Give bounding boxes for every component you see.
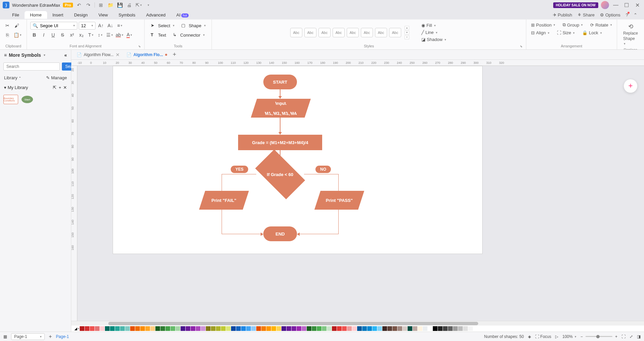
size-button[interactable]: ⛶Size▾	[556, 30, 576, 36]
color-swatch[interactable]	[100, 326, 105, 331]
color-swatch[interactable]	[473, 326, 478, 331]
menu-design[interactable]: Design	[69, 11, 93, 19]
library-add-button[interactable]: +	[59, 85, 61, 90]
color-swatch[interactable]	[443, 326, 448, 331]
flowchart-print-pass[interactable]: Print "PASS"	[314, 191, 364, 210]
qat-customize[interactable]: ▾	[145, 2, 151, 8]
bold-button[interactable]: B	[30, 31, 38, 39]
connector-yes-h[interactable]	[222, 174, 256, 174]
style-swatch-3[interactable]: Abc	[318, 28, 331, 37]
color-swatch[interactable]	[181, 326, 185, 331]
flowchart-start[interactable]: START	[263, 75, 297, 89]
close-button[interactable]: ✕	[633, 1, 641, 9]
color-swatch[interactable]	[453, 326, 458, 331]
color-swatch[interactable]	[463, 326, 468, 331]
undo-button[interactable]: ↶	[76, 2, 82, 8]
superscript-button[interactable]: x²	[68, 31, 76, 39]
increase-font-button[interactable]: A↑	[97, 22, 105, 30]
color-swatch[interactable]	[367, 326, 372, 331]
replace-shape-button[interactable]: ⟲ Replace Shape ▾	[620, 22, 641, 47]
underline-button[interactable]: U	[49, 31, 57, 39]
fullscreen-button[interactable]: ⤢	[630, 334, 633, 339]
focus-button[interactable]: ⛶Focus	[535, 334, 552, 339]
color-swatch[interactable]	[387, 326, 392, 331]
canvas[interactable]: START InputM1, M2, M3, M4 Grade = (M1+M2…	[77, 66, 644, 321]
page-link[interactable]: Page-1	[56, 334, 69, 339]
strikethrough-button[interactable]: S	[59, 31, 67, 39]
highlight-button[interactable]: ab▾	[115, 31, 124, 39]
layers-button[interactable]: ◈	[528, 334, 531, 339]
color-swatch[interactable]	[125, 326, 130, 331]
color-swatch[interactable]	[337, 326, 342, 331]
flowchart-input[interactable]: InputM1, M2, M3, M4	[251, 99, 311, 118]
page-selector[interactable]: Page-1▾	[11, 333, 45, 340]
library-close-button[interactable]: ✕	[63, 85, 67, 90]
color-swatch[interactable]	[347, 326, 352, 331]
color-swatch[interactable]	[322, 326, 327, 331]
text-tool[interactable]: TText	[148, 31, 169, 39]
color-swatch[interactable]	[85, 326, 89, 331]
color-swatch[interactable]	[292, 326, 296, 331]
color-swatch[interactable]	[95, 326, 100, 331]
style-swatch-7[interactable]: Abc	[375, 28, 387, 37]
color-swatch[interactable]	[191, 326, 195, 331]
color-swatch[interactable]	[287, 326, 291, 331]
color-swatch[interactable]	[251, 326, 256, 331]
connector-fail-h[interactable]	[222, 234, 261, 234]
color-swatch[interactable]	[155, 326, 160, 331]
publish-button[interactable]: ✈Publish	[553, 12, 572, 17]
color-swatch[interactable]	[352, 326, 357, 331]
line-button[interactable]: ╱Line▾	[420, 29, 448, 36]
color-swatch[interactable]	[165, 326, 170, 331]
color-swatch[interactable]	[201, 326, 205, 331]
font-family-select[interactable]: 🔍 Segoe UI ▾	[30, 22, 77, 30]
ai-assistant-bubble[interactable]	[624, 79, 637, 93]
holiday-sale-badge[interactable]: HOLIDAY SALE ON NOW	[553, 2, 598, 8]
eyedropper-tool[interactable]: ◢▾	[74, 326, 79, 331]
color-swatch[interactable]	[342, 326, 347, 331]
connector-pass-h[interactable]	[300, 234, 339, 234]
color-swatch[interactable]	[90, 326, 94, 331]
maximize-button[interactable]: ☐	[622, 1, 631, 9]
color-swatch[interactable]	[423, 326, 427, 331]
color-swatch[interactable]	[433, 326, 438, 331]
line-spacing-button[interactable]: ↕▾	[96, 31, 104, 39]
fit-page-button[interactable]: ⛶	[621, 334, 626, 339]
print-button[interactable]: 🖨	[126, 2, 132, 8]
color-swatch[interactable]	[362, 326, 367, 331]
style-swatch-6[interactable]: Abc	[361, 28, 373, 37]
page-view-icon[interactable]: ▦	[3, 334, 7, 339]
style-preset-1[interactable]: Abc	[290, 28, 302, 37]
minimize-button[interactable]: —	[612, 1, 620, 9]
color-swatch[interactable]	[458, 326, 463, 331]
cut-button[interactable]: ✂	[3, 22, 11, 30]
color-swatch[interactable]	[372, 326, 377, 331]
close-tab-1[interactable]: ✕	[116, 52, 120, 57]
color-swatch[interactable]	[408, 326, 412, 331]
color-swatch[interactable]	[140, 326, 145, 331]
shape-tool[interactable]: ▢Shape▾	[179, 22, 209, 30]
align-button[interactable]: ≡▾	[116, 22, 124, 30]
color-swatch[interactable]	[382, 326, 387, 331]
share-button[interactable]: ⚘Share	[577, 12, 595, 17]
color-swatch[interactable]	[135, 326, 140, 331]
font-group-expand[interactable]: ⬊	[138, 45, 141, 48]
collapse-panel-button[interactable]: «	[64, 52, 67, 58]
color-swatch[interactable]	[428, 326, 432, 331]
color-swatch[interactable]	[150, 326, 155, 331]
align-arrange-button[interactable]: ⊟Align▾	[530, 30, 551, 36]
flowchart-process[interactable]: Grade = (M1+M2+M3+M4)/4	[238, 135, 322, 150]
color-swatch[interactable]	[221, 326, 226, 331]
italic-button[interactable]: I	[40, 31, 48, 39]
more-symbols-header[interactable]: More Symbols	[9, 52, 41, 58]
export-button[interactable]: ⇱▾	[135, 2, 142, 8]
my-library-toggle[interactable]: ▾ My Library	[4, 85, 28, 90]
color-swatch[interactable]	[413, 326, 417, 331]
connector-tool[interactable]: ↳Connector▾	[170, 31, 207, 39]
collapse-ribbon-button[interactable]: ⌃	[634, 12, 637, 17]
color-swatch[interactable]	[130, 326, 135, 331]
color-swatch[interactable]	[377, 326, 382, 331]
style-swatch-5[interactable]: Abc	[347, 28, 359, 37]
styles-scroll-up[interactable]: ▴	[405, 26, 409, 30]
menu-symbols[interactable]: Symbols	[113, 11, 141, 19]
